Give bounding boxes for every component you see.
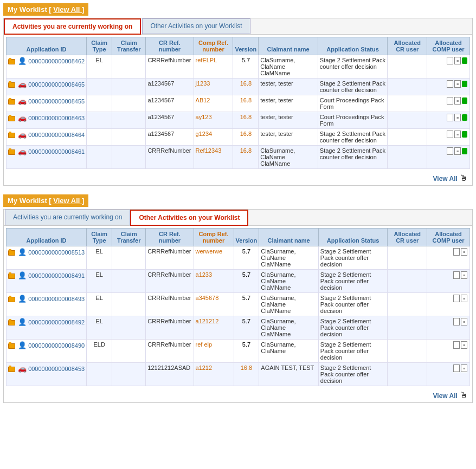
cell-app-id[interactable]: 👤 00000000000008493 bbox=[7, 293, 87, 316]
worklist-1-view-all-link[interactable]: View All bbox=[433, 175, 458, 183]
cell-app-id[interactable]: 🚗 00000000000008463 bbox=[7, 112, 87, 129]
worklist-1-section: Activities you are currently working on … bbox=[3, 18, 473, 186]
cell-version: 5.7 bbox=[234, 270, 259, 293]
cell-claim-type bbox=[87, 79, 112, 95]
doc-lines-icon[interactable]: ≡ bbox=[461, 341, 467, 349]
cell-alloc-cr bbox=[388, 340, 427, 363]
table-row: 👤 00000000000008493 EL CRRRefNumber a345… bbox=[7, 293, 470, 316]
person-icon: 👤 bbox=[18, 271, 27, 279]
doc-lines-icon[interactable]: ≡ bbox=[454, 131, 461, 138]
worklist-1-tabs: Activities you are currently working on … bbox=[4, 18, 472, 35]
tab-other-activities-1[interactable]: Other Activities on your Worklist bbox=[142, 18, 250, 34]
app-id-value[interactable]: 00000000000008465 bbox=[28, 81, 85, 88]
doc-lines-icon[interactable]: ≡ bbox=[461, 364, 467, 372]
app-id-value[interactable]: 00000000000008490 bbox=[28, 342, 85, 349]
app-id-value[interactable]: 00000000000008453 bbox=[28, 366, 85, 372]
doc-icon[interactable] bbox=[447, 114, 453, 121]
app-id-value[interactable]: 00000000000008464 bbox=[28, 132, 85, 138]
cell-app-id[interactable]: 🚗 00000000000008465 bbox=[7, 79, 87, 95]
cell-version: 16.8 bbox=[233, 146, 259, 169]
col-status-1: Application Status bbox=[318, 37, 387, 55]
cell-cr-ref: CRRRefNumber bbox=[146, 55, 194, 79]
car-icon: 🚗 bbox=[18, 147, 27, 155]
tab-currently-working-2[interactable]: Activities you are currently working on bbox=[5, 210, 130, 225]
cell-app-id[interactable]: 👤 00000000000008490 bbox=[7, 340, 87, 363]
cell-app-id[interactable]: 🚗 00000000000008453 bbox=[7, 363, 87, 386]
cell-app-id[interactable]: 👤 00000000000008491 bbox=[7, 270, 87, 293]
doc-lines-icon[interactable]: ≡ bbox=[454, 57, 461, 64]
tab-currently-working-1[interactable]: Activities you are currently working on bbox=[4, 18, 141, 35]
doc-lines-icon[interactable]: ≡ bbox=[461, 248, 467, 256]
app-id-value[interactable]: 00000000000008461 bbox=[28, 148, 85, 155]
worklist-2-view-all-link-header[interactable]: View All bbox=[53, 197, 82, 205]
cell-comp-ref: a345678 bbox=[194, 293, 234, 316]
cell-claim-type bbox=[87, 129, 112, 146]
cell-alloc-cr bbox=[388, 129, 427, 146]
car-icon: 🚗 bbox=[18, 97, 27, 105]
app-id-value[interactable]: 00000000000008513 bbox=[28, 249, 85, 256]
doc-icon[interactable] bbox=[453, 248, 460, 256]
folder-icon bbox=[8, 133, 15, 138]
doc-icon[interactable] bbox=[447, 80, 453, 88]
tab-other-activities-2[interactable]: Other Activities on your Worklist bbox=[130, 210, 248, 226]
cell-app-id[interactable]: 🚗 00000000000008455 bbox=[7, 95, 87, 112]
doc-lines-icon[interactable]: ≡ bbox=[461, 318, 467, 325]
cell-app-id[interactable]: 👤 00000000000008462 bbox=[7, 55, 87, 79]
worklist-1-view-all-link-header[interactable]: View All bbox=[53, 5, 82, 14]
cell-claimant: tester, tester bbox=[259, 95, 318, 112]
doc-lines-icon[interactable]: ≡ bbox=[461, 271, 467, 279]
cell-cr-ref: a1234567 bbox=[146, 79, 194, 95]
doc-icon[interactable] bbox=[453, 295, 460, 302]
cell-alloc-cr bbox=[388, 112, 427, 129]
app-id-value[interactable]: 00000000000008493 bbox=[28, 296, 85, 302]
cell-app-id[interactable]: 🚗 00000000000008461 bbox=[7, 146, 87, 169]
worklist-2-tabs: Activities you are currently working on … bbox=[4, 210, 472, 226]
cell-cr-ref: CRRRefNumber bbox=[146, 270, 194, 293]
cell-comp-ref: Ref12343 bbox=[194, 146, 233, 169]
worklist-1-table: Application ID Claim Type Claim Transfer… bbox=[6, 37, 470, 169]
cell-app-id[interactable]: 👤 00000000000008513 bbox=[7, 246, 87, 270]
car-icon: 🚗 bbox=[18, 131, 27, 139]
doc-icon[interactable] bbox=[453, 341, 460, 349]
doc-lines-icon[interactable]: ≡ bbox=[454, 80, 461, 88]
app-id-value[interactable]: 00000000000008491 bbox=[28, 272, 85, 279]
worklist-2-table: Application ID Claim Type Claim Transfer… bbox=[6, 228, 470, 386]
doc-lines-icon[interactable]: ≡ bbox=[461, 295, 467, 302]
doc-icon[interactable] bbox=[453, 271, 460, 279]
doc-icon[interactable] bbox=[447, 97, 453, 105]
cell-claim-type bbox=[87, 95, 112, 112]
doc-lines-icon[interactable]: ≡ bbox=[454, 97, 461, 105]
worklist-2-section: Activities you are currently working on … bbox=[3, 209, 473, 403]
cursor-icon-1: 🖱 bbox=[459, 173, 468, 183]
cell-claim-transfer bbox=[112, 95, 146, 112]
doc-lines-icon[interactable]: ≡ bbox=[454, 114, 461, 121]
cell-alloc-comp: ≡ bbox=[427, 129, 470, 146]
cell-claim-type: ELD bbox=[87, 340, 112, 363]
app-id-value[interactable]: 00000000000008462 bbox=[28, 58, 85, 64]
cell-claim-transfer bbox=[112, 363, 146, 386]
doc-icon[interactable] bbox=[453, 364, 460, 372]
table-row: 🚗 00000000000008463 a1234567 ay123 16.8 … bbox=[7, 112, 470, 129]
worklist-2-view-all-link[interactable]: View All bbox=[433, 392, 458, 400]
cell-cr-ref: a1234567 bbox=[146, 95, 194, 112]
cell-app-id[interactable]: 🚗 00000000000008464 bbox=[7, 129, 87, 146]
doc-icon[interactable] bbox=[453, 318, 460, 325]
doc-icon[interactable] bbox=[447, 131, 453, 138]
folder-icon bbox=[8, 99, 15, 105]
cell-claim-transfer bbox=[112, 129, 146, 146]
cell-status: Stage 2 Settlement Pack counter offer de… bbox=[318, 129, 387, 146]
cell-app-id[interactable]: 👤 00000000000008492 bbox=[7, 316, 87, 340]
cell-claim-transfer bbox=[112, 79, 146, 95]
worklist-2-title: My Worklist [ bbox=[8, 197, 52, 205]
cell-claim-type: EL bbox=[87, 246, 112, 270]
app-id-value[interactable]: 00000000000008492 bbox=[28, 319, 85, 325]
doc-lines-icon[interactable]: ≡ bbox=[454, 147, 461, 155]
cell-claim-transfer bbox=[112, 293, 146, 316]
doc-icon[interactable] bbox=[447, 57, 453, 64]
doc-icon[interactable] bbox=[447, 147, 453, 155]
col-claimant-2: Claimant name bbox=[259, 229, 319, 246]
app-id-value[interactable]: 00000000000008463 bbox=[28, 115, 85, 121]
worklist-1-table-container: Application ID Claim Type Claim Transfer… bbox=[4, 35, 472, 171]
cell-claimant: ClaSurname, ClaName bbox=[259, 340, 319, 363]
app-id-value[interactable]: 00000000000008455 bbox=[28, 98, 85, 105]
